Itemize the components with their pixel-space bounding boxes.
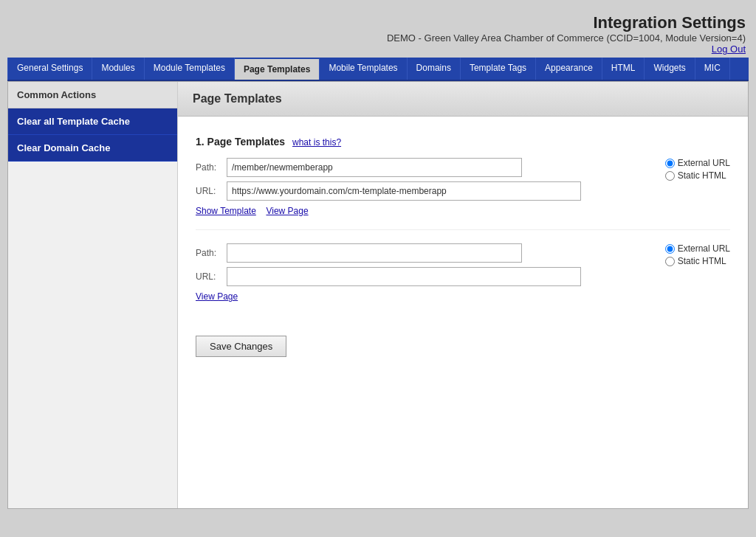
static-html-radio-text-1: Static HTML [678,170,726,181]
header-area: Integration Settings DEMO - Green Valley… [7,7,749,58]
external-url-radio-label-1[interactable]: External URL [665,158,730,168]
path-url-inputs-1: Path: URL: [196,158,653,204]
clear-domain-cache-button[interactable]: Clear Domain Cache [8,135,177,162]
static-html-radio-text-2: Static HTML [678,256,726,266]
path-label-1: Path: [196,162,222,173]
static-html-radio-1[interactable] [665,171,675,181]
url-field-row-1: URL: [196,181,653,201]
tab-domains[interactable]: Domains [408,58,461,80]
static-html-radio-label-2[interactable]: Static HTML [665,256,730,266]
section-title: 1. Page Templates what is this? [196,136,730,148]
tab-page-templates[interactable]: Page Templates [235,58,320,80]
clear-template-cache-button[interactable]: Clear all Template Cache [8,108,177,135]
content-header: Page Templates [178,82,748,117]
path-label-2: Path: [196,248,222,258]
url-label-1: URL: [196,186,222,196]
what-is-this-link[interactable]: what is this? [292,137,341,148]
url-input-2[interactable] [227,267,581,286]
tab-template-tags[interactable]: Template Tags [461,58,536,80]
tab-widgets[interactable]: Widgets [645,58,695,80]
view-page-link-2[interactable]: View Page [196,291,238,302]
logout-link-container: Log Out [10,44,746,55]
external-url-radio-text-2: External URL [678,243,730,254]
path-field-row-1: Path: [196,158,653,177]
external-url-radio-text-1: External URL [678,158,730,168]
outer-wrapper: Integration Settings DEMO - Green Valley… [0,0,756,537]
sidebar-heading: Common Actions [8,82,177,108]
path-input-1[interactable] [227,158,522,177]
show-template-link-1[interactable]: Show Template [196,206,256,216]
url-input-1[interactable] [227,181,581,201]
content-body: 1. Page Templates what is this? Path: UR… [178,117,748,372]
tab-module-templates[interactable]: Module Templates [145,58,235,80]
radio-group-2: External URL Static HTML [665,243,730,268]
template-row-1: Path: URL: External URL [196,158,730,230]
page-title: Integration Settings [10,13,746,32]
static-html-radio-2[interactable] [665,257,675,266]
url-field-row-2: URL: [196,267,653,286]
sidebar: Common Actions Clear all Template Cache … [8,82,178,508]
radio-group-1: External URL Static HTML [665,158,730,183]
tab-html[interactable]: HTML [602,58,645,80]
template-row-2: Path: URL: External URL [196,243,730,315]
tab-appearance[interactable]: Appearance [536,58,602,80]
links-row-1: Show Template View Page [196,205,730,216]
url-label-2: URL: [196,271,222,282]
page-subtitle: DEMO - Green Valley Area Chamber of Comm… [10,32,746,44]
content-area: Page Templates 1. Page Templates what is… [178,82,748,508]
path-url-block-1: Path: URL: External URL [196,158,730,204]
nav-bar: General Settings Modules Module Template… [7,58,749,81]
logout-link[interactable]: Log Out [712,44,746,55]
path-url-inputs-2: Path: URL: [196,243,653,289]
external-url-radio-1[interactable] [665,159,675,168]
path-field-row-2: Path: [196,243,653,263]
tab-mic[interactable]: MIC [695,58,730,80]
tab-mobile-templates[interactable]: Mobile Templates [320,58,407,80]
links-row-2: View Page [196,291,730,302]
external-url-radio-label-2[interactable]: External URL [665,243,730,254]
path-url-block-2: Path: URL: External URL [196,243,730,289]
tab-general-settings[interactable]: General Settings [7,58,92,80]
tab-modules[interactable]: Modules [92,58,144,80]
section-title-text: 1. Page Templates [196,136,285,148]
main-content: Common Actions Clear all Template Cache … [7,81,749,509]
view-page-link-1[interactable]: View Page [266,206,308,216]
path-input-2[interactable] [227,243,522,263]
external-url-radio-2[interactable] [665,244,675,254]
save-changes-button[interactable]: Save Changes [196,336,286,357]
static-html-radio-label-1[interactable]: Static HTML [665,170,730,181]
